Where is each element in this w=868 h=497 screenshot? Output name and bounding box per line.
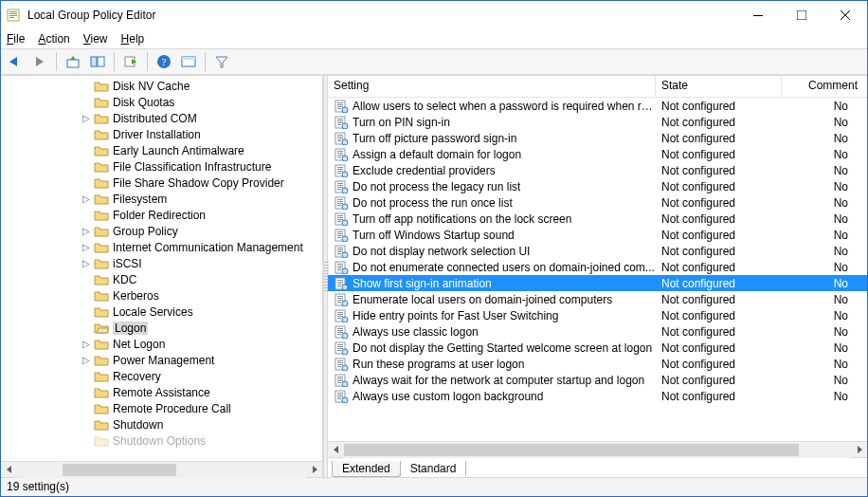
tree-item[interactable]: Folder Redirection — [1, 207, 322, 223]
tab-standard[interactable]: Standard — [400, 461, 467, 477]
tree-item[interactable]: File Classification Infrastructure — [1, 158, 322, 175]
svg-marker-35 — [95, 292, 108, 301]
list-row[interactable]: Always use classic logonNot configuredNo — [328, 323, 867, 340]
tree-item[interactable]: Early Launch Antimalware — [1, 142, 322, 158]
filter-button[interactable] — [211, 51, 232, 72]
tree-hscroll-thumb[interactable] — [63, 464, 176, 476]
svg-rect-148 — [337, 366, 341, 367]
svg-rect-81 — [337, 187, 343, 188]
svg-marker-26 — [95, 147, 108, 156]
tree-item[interactable]: File Share Shadow Copy Provider — [1, 175, 322, 191]
tree-hscroll[interactable] — [1, 461, 322, 477]
scroll-left-icon[interactable] — [1, 462, 17, 478]
menubar: File Action View Help — [1, 29, 867, 48]
list-hscroll-thumb[interactable] — [344, 444, 799, 456]
list-row[interactable]: Assign a default domain for logonNot con… — [328, 146, 867, 162]
expand-icon[interactable]: ▷ — [81, 226, 92, 236]
tree-item[interactable]: ▷Filesystem — [1, 191, 322, 207]
svg-rect-115 — [337, 280, 343, 281]
tab-extended[interactable]: Extended — [332, 461, 401, 477]
list[interactable]: Allow users to select when a password is… — [328, 98, 867, 441]
scroll-right-icon[interactable] — [306, 462, 322, 478]
state-text: Not configured — [656, 164, 782, 177]
tree-item[interactable]: ▷Internet Communication Management — [1, 239, 322, 255]
list-row[interactable]: Exclude credential providersNot configur… — [328, 162, 867, 178]
maximize-button[interactable] — [780, 1, 823, 29]
tree-item[interactable]: ▷Net Logon — [1, 336, 322, 352]
list-row[interactable]: Do not process the run once listNot conf… — [328, 194, 867, 211]
col-setting[interactable]: Setting — [328, 76, 656, 97]
tree-item[interactable]: Shutdown Options — [1, 433, 322, 449]
forward-button[interactable] — [29, 51, 50, 72]
tree[interactable]: Disk NV CacheDisk Quotas▷Distributed COM… — [1, 76, 322, 461]
svg-marker-40 — [95, 357, 108, 365]
svg-rect-103 — [337, 248, 343, 248]
svg-point-65 — [342, 139, 348, 145]
menu-view[interactable]: View — [83, 32, 108, 46]
scroll-left-icon[interactable] — [328, 442, 344, 458]
tree-item[interactable]: Shutdown — [1, 416, 322, 433]
menu-action[interactable]: Action — [38, 32, 69, 46]
tree-item[interactable]: Recovery — [1, 368, 322, 384]
up-button[interactable] — [63, 51, 83, 72]
expand-icon[interactable]: ▷ — [81, 242, 92, 252]
close-button[interactable] — [823, 1, 867, 29]
expand-icon[interactable]: ▷ — [81, 193, 92, 204]
setting-text: Do not display network selection UI — [353, 245, 530, 258]
list-row[interactable]: Always wait for the network at computer … — [328, 372, 867, 388]
menu-file[interactable]: File — [7, 32, 25, 46]
list-row[interactable]: Turn off picture password sign-inNot con… — [328, 130, 867, 146]
back-button[interactable] — [5, 51, 26, 72]
svg-point-131 — [342, 317, 348, 322]
scroll-right-icon[interactable] — [851, 442, 867, 458]
svg-marker-43 — [95, 405, 108, 414]
col-comment[interactable]: Comment — [782, 76, 867, 97]
show-hide-tree-button[interactable] — [87, 51, 108, 72]
expand-icon[interactable]: ▷ — [81, 258, 92, 268]
list-row[interactable]: Do not process the legacy run listNot co… — [328, 178, 867, 194]
svg-rect-97 — [337, 231, 343, 232]
tree-item[interactable]: ▷iSCSI — [1, 255, 322, 271]
list-row[interactable]: Turn off Windows Startup soundNot config… — [328, 227, 867, 243]
folder-icon — [94, 418, 109, 432]
tree-item[interactable]: Kerberos — [1, 287, 322, 304]
svg-marker-162 — [334, 446, 338, 453]
tree-item[interactable]: Locale Services — [1, 304, 322, 320]
list-row[interactable]: Show first sign-in animationNot configur… — [328, 275, 867, 291]
tree-item[interactable]: Logon — [1, 320, 322, 336]
tree-item[interactable]: Driver Installation — [1, 126, 322, 142]
titlebar[interactable]: Local Group Policy Editor — [1, 1, 867, 29]
list-row[interactable]: Always use custom logon backgroundNot co… — [328, 388, 867, 404]
list-row[interactable]: Enumerate local users on domain-joined c… — [328, 291, 867, 307]
tree-item[interactable]: KDC — [1, 271, 322, 287]
list-row[interactable]: Do not display network selection UINot c… — [328, 243, 867, 259]
expand-icon[interactable]: ▷ — [81, 355, 92, 365]
expand-icon[interactable]: ▷ — [81, 113, 92, 123]
svg-marker-32 — [95, 244, 108, 252]
svg-rect-130 — [337, 318, 341, 319]
tree-item[interactable]: Disk Quotas — [1, 94, 322, 110]
folder-icon — [94, 96, 109, 109]
tree-item[interactable]: ▷Group Policy — [1, 223, 322, 239]
tree-item[interactable]: ▷Power Management — [1, 352, 322, 368]
minimize-button[interactable] — [736, 1, 780, 29]
col-state[interactable]: State — [656, 76, 782, 97]
list-row[interactable]: Run these programs at user logonNot conf… — [328, 356, 867, 372]
tree-item[interactable]: Remote Assistance — [1, 384, 322, 400]
tree-item[interactable]: ▷Distributed COM — [1, 110, 322, 126]
menu-help[interactable]: Help — [121, 32, 145, 46]
list-row[interactable]: Turn off app notifications on the lock s… — [328, 211, 867, 227]
list-row[interactable]: Hide entry points for Fast User Switchin… — [328, 307, 867, 323]
state-text: Not configured — [656, 116, 782, 129]
list-row[interactable]: Do not enumerate connected users on doma… — [328, 259, 867, 275]
export-button[interactable] — [120, 51, 141, 72]
properties-button[interactable] — [178, 51, 199, 72]
list-hscroll[interactable] — [328, 441, 867, 457]
list-row[interactable]: Do not display the Getting Started welco… — [328, 340, 867, 356]
help-button[interactable]: ? — [154, 51, 174, 72]
tree-item[interactable]: Disk NV Cache — [1, 78, 322, 94]
list-row[interactable]: Turn on PIN sign-inNot configuredNo — [328, 114, 867, 130]
tree-item[interactable]: Remote Procedure Call — [1, 400, 322, 416]
expand-icon[interactable]: ▷ — [81, 339, 92, 349]
list-row[interactable]: Allow users to select when a password is… — [328, 98, 867, 114]
